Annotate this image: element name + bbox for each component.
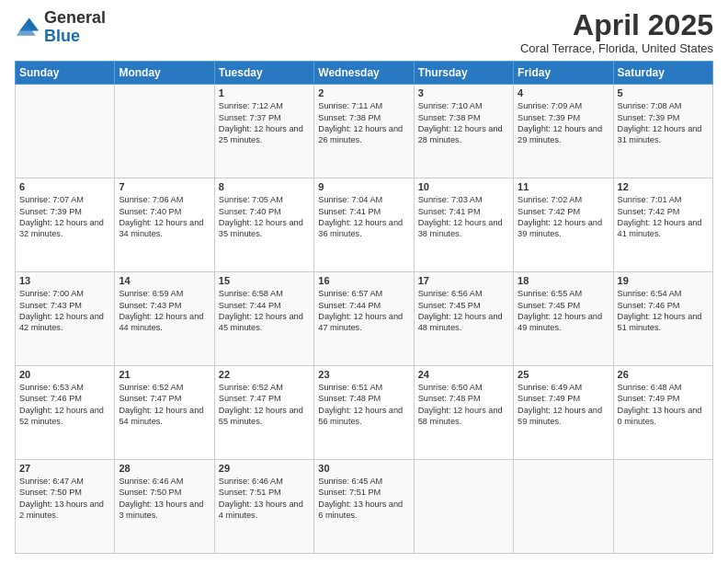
calendar-header-wednesday: Wednesday <box>314 62 414 85</box>
day-info: Sunrise: 7:12 AM Sunset: 7:37 PM Dayligh… <box>219 100 310 146</box>
calendar-cell: 2Sunrise: 7:11 AM Sunset: 7:38 PM Daylig… <box>314 85 414 178</box>
calendar-header-row: SundayMondayTuesdayWednesdayThursdayFrid… <box>16 62 713 85</box>
calendar-cell: 28Sunrise: 6:46 AM Sunset: 7:50 PM Dayli… <box>115 460 214 554</box>
calendar-week-5: 27Sunrise: 6:47 AM Sunset: 7:50 PM Dayli… <box>16 460 713 554</box>
day-info: Sunrise: 7:07 AM Sunset: 7:39 PM Dayligh… <box>19 194 110 240</box>
calendar-cell <box>115 85 214 178</box>
calendar-cell: 19Sunrise: 6:54 AM Sunset: 7:46 PM Dayli… <box>613 272 712 366</box>
day-info: Sunrise: 7:03 AM Sunset: 7:41 PM Dayligh… <box>418 194 509 240</box>
calendar-header-tuesday: Tuesday <box>214 62 313 85</box>
calendar-cell: 6Sunrise: 7:07 AM Sunset: 7:39 PM Daylig… <box>16 178 115 272</box>
day-number: 15 <box>219 275 310 286</box>
day-number: 21 <box>119 369 210 380</box>
day-number: 26 <box>618 369 709 380</box>
day-info: Sunrise: 6:46 AM Sunset: 7:51 PM Dayligh… <box>219 476 310 522</box>
calendar-cell: 1Sunrise: 7:12 AM Sunset: 7:37 PM Daylig… <box>214 85 313 178</box>
day-number: 1 <box>219 87 310 98</box>
calendar-cell: 8Sunrise: 7:05 AM Sunset: 7:40 PM Daylig… <box>214 178 313 272</box>
day-number: 10 <box>418 181 509 192</box>
day-number: 23 <box>318 369 409 380</box>
calendar-cell <box>414 460 513 554</box>
day-number: 12 <box>618 181 709 192</box>
day-info: Sunrise: 6:57 AM Sunset: 7:44 PM Dayligh… <box>318 288 409 334</box>
day-number: 4 <box>518 87 609 98</box>
day-info: Sunrise: 6:55 AM Sunset: 7:45 PM Dayligh… <box>518 288 609 334</box>
logo: General Blue <box>15 9 106 46</box>
day-info: Sunrise: 6:52 AM Sunset: 7:47 PM Dayligh… <box>119 382 210 428</box>
calendar-cell: 21Sunrise: 6:52 AM Sunset: 7:47 PM Dayli… <box>115 366 214 460</box>
day-number: 22 <box>219 369 310 380</box>
calendar-cell: 25Sunrise: 6:49 AM Sunset: 7:49 PM Dayli… <box>514 366 613 460</box>
day-number: 17 <box>418 275 509 286</box>
day-number: 11 <box>518 181 609 192</box>
calendar-cell: 9Sunrise: 7:04 AM Sunset: 7:41 PM Daylig… <box>314 178 414 272</box>
calendar-header-saturday: Saturday <box>613 62 712 85</box>
calendar-cell: 7Sunrise: 7:06 AM Sunset: 7:40 PM Daylig… <box>115 178 214 272</box>
day-info: Sunrise: 6:54 AM Sunset: 7:46 PM Dayligh… <box>618 288 709 334</box>
day-number: 30 <box>318 463 409 474</box>
calendar-header-friday: Friday <box>514 62 613 85</box>
day-number: 28 <box>119 463 210 474</box>
month-title: April 2025 <box>520 9 713 41</box>
day-number: 14 <box>119 275 210 286</box>
day-info: Sunrise: 6:45 AM Sunset: 7:51 PM Dayligh… <box>318 476 409 522</box>
calendar-cell: 24Sunrise: 6:50 AM Sunset: 7:48 PM Dayli… <box>414 366 513 460</box>
logo-text: General Blue <box>44 9 106 46</box>
calendar-cell <box>16 85 115 178</box>
day-number: 5 <box>618 87 709 98</box>
calendar-cell <box>613 460 712 554</box>
day-info: Sunrise: 7:11 AM Sunset: 7:38 PM Dayligh… <box>318 100 409 146</box>
day-info: Sunrise: 6:48 AM Sunset: 7:49 PM Dayligh… <box>618 382 709 428</box>
day-number: 27 <box>19 463 110 474</box>
day-number: 24 <box>418 369 509 380</box>
day-info: Sunrise: 7:10 AM Sunset: 7:38 PM Dayligh… <box>418 100 509 146</box>
calendar-cell: 14Sunrise: 6:59 AM Sunset: 7:43 PM Dayli… <box>115 272 214 366</box>
day-info: Sunrise: 6:46 AM Sunset: 7:50 PM Dayligh… <box>119 476 210 522</box>
calendar-cell: 17Sunrise: 6:56 AM Sunset: 7:45 PM Dayli… <box>414 272 513 366</box>
logo-blue-text: Blue <box>44 27 80 45</box>
calendar-cell: 27Sunrise: 6:47 AM Sunset: 7:50 PM Dayli… <box>16 460 115 554</box>
calendar-cell: 15Sunrise: 6:58 AM Sunset: 7:44 PM Dayli… <box>214 272 313 366</box>
day-info: Sunrise: 6:49 AM Sunset: 7:49 PM Dayligh… <box>518 382 609 428</box>
calendar-cell: 16Sunrise: 6:57 AM Sunset: 7:44 PM Dayli… <box>314 272 414 366</box>
day-info: Sunrise: 6:58 AM Sunset: 7:44 PM Dayligh… <box>219 288 310 334</box>
calendar-week-4: 20Sunrise: 6:53 AM Sunset: 7:46 PM Dayli… <box>16 366 713 460</box>
calendar-header-sunday: Sunday <box>16 62 115 85</box>
calendar-cell: 30Sunrise: 6:45 AM Sunset: 7:51 PM Dayli… <box>314 460 414 554</box>
day-number: 18 <box>518 275 609 286</box>
calendar-cell <box>514 460 613 554</box>
calendar-cell: 26Sunrise: 6:48 AM Sunset: 7:49 PM Dayli… <box>613 366 712 460</box>
day-number: 29 <box>219 463 310 474</box>
day-number: 16 <box>318 275 409 286</box>
day-info: Sunrise: 7:01 AM Sunset: 7:42 PM Dayligh… <box>618 194 709 240</box>
calendar-cell: 18Sunrise: 6:55 AM Sunset: 7:45 PM Dayli… <box>514 272 613 366</box>
day-info: Sunrise: 7:09 AM Sunset: 7:39 PM Dayligh… <box>518 100 609 146</box>
day-number: 19 <box>618 275 709 286</box>
calendar-table: SundayMondayTuesdayWednesdayThursdayFrid… <box>15 61 713 554</box>
calendar-cell: 3Sunrise: 7:10 AM Sunset: 7:38 PM Daylig… <box>414 85 513 178</box>
day-info: Sunrise: 6:53 AM Sunset: 7:46 PM Dayligh… <box>19 382 110 428</box>
calendar-cell: 10Sunrise: 7:03 AM Sunset: 7:41 PM Dayli… <box>414 178 513 272</box>
calendar-cell: 11Sunrise: 7:02 AM Sunset: 7:42 PM Dayli… <box>514 178 613 272</box>
calendar-cell: 13Sunrise: 7:00 AM Sunset: 7:43 PM Dayli… <box>16 272 115 366</box>
calendar-week-2: 6Sunrise: 7:07 AM Sunset: 7:39 PM Daylig… <box>16 178 713 272</box>
day-info: Sunrise: 6:59 AM Sunset: 7:43 PM Dayligh… <box>119 288 210 334</box>
day-info: Sunrise: 6:56 AM Sunset: 7:45 PM Dayligh… <box>418 288 509 334</box>
day-number: 2 <box>318 87 409 98</box>
day-info: Sunrise: 7:05 AM Sunset: 7:40 PM Dayligh… <box>219 194 310 240</box>
calendar-cell: 4Sunrise: 7:09 AM Sunset: 7:39 PM Daylig… <box>514 85 613 178</box>
day-info: Sunrise: 7:00 AM Sunset: 7:43 PM Dayligh… <box>19 288 110 334</box>
calendar-cell: 29Sunrise: 6:46 AM Sunset: 7:51 PM Dayli… <box>214 460 313 554</box>
day-number: 8 <box>219 181 310 192</box>
page: General Blue April 2025 Coral Terrace, F… <box>0 0 728 563</box>
day-info: Sunrise: 7:08 AM Sunset: 7:39 PM Dayligh… <box>618 100 709 146</box>
calendar-header-thursday: Thursday <box>414 62 513 85</box>
day-number: 20 <box>19 369 110 380</box>
day-number: 3 <box>418 87 509 98</box>
day-info: Sunrise: 7:02 AM Sunset: 7:42 PM Dayligh… <box>518 194 609 240</box>
day-info: Sunrise: 6:52 AM Sunset: 7:47 PM Dayligh… <box>219 382 310 428</box>
calendar-week-3: 13Sunrise: 7:00 AM Sunset: 7:43 PM Dayli… <box>16 272 713 366</box>
calendar-cell: 12Sunrise: 7:01 AM Sunset: 7:42 PM Dayli… <box>613 178 712 272</box>
day-info: Sunrise: 6:51 AM Sunset: 7:48 PM Dayligh… <box>318 382 409 428</box>
day-number: 25 <box>518 369 609 380</box>
